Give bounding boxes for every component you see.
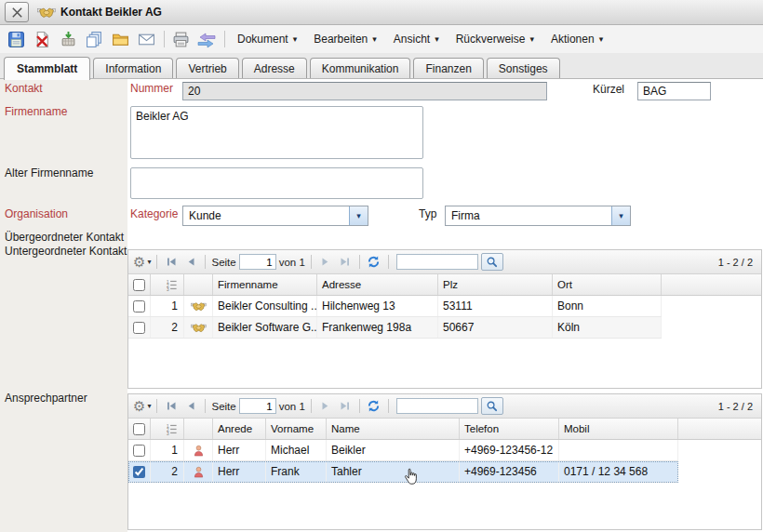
copy-button[interactable] <box>82 28 106 50</box>
copy-icon <box>86 31 103 48</box>
row-checkbox[interactable] <box>133 322 145 334</box>
typ-select[interactable]: Firma ▾ <box>445 206 631 226</box>
column-header-anrede[interactable]: Anrede <box>213 419 266 439</box>
refresh-button[interactable] <box>366 255 382 270</box>
row-checkbox[interactable] <box>133 466 145 478</box>
row-number-header[interactable]: 123 <box>151 274 184 295</box>
column-header-mobil[interactable]: Mobil <box>559 419 678 439</box>
tab-kommunikation[interactable]: Kommunikation <box>310 58 411 79</box>
grid-settings-button[interactable]: ⚙▾ <box>133 255 151 269</box>
delete-button[interactable] <box>30 28 54 50</box>
close-icon <box>10 6 24 20</box>
first-page-button[interactable] <box>163 399 180 414</box>
page-input[interactable] <box>239 398 276 414</box>
select-all-checkbox[interactable] <box>133 279 145 291</box>
print-icon <box>172 31 190 48</box>
select-all-checkbox[interactable] <box>133 423 145 435</box>
menu-bearbeiten[interactable]: Bearbeiten▾ <box>305 29 385 49</box>
column-header-firmenname[interactable]: Firmenname <box>213 274 317 295</box>
untergeordneter-kontakt-label: Untergeordneter Kontakt <box>5 245 127 258</box>
last-page-button[interactable] <box>337 399 354 414</box>
alter-firmenname-label: Alter Firmenname <box>5 166 93 180</box>
row-checkbox[interactable] <box>133 445 145 457</box>
nummer-field[interactable] <box>182 82 547 100</box>
last-page-icon <box>339 256 352 268</box>
cell-name: Tahler <box>327 461 460 482</box>
table-row[interactable]: 2 Beikler Software G... Frankenweg 198a … <box>128 317 761 339</box>
import-button[interactable] <box>56 28 80 50</box>
menu-ansicht[interactable]: Ansicht▾ <box>385 29 448 49</box>
cell-vorname: Frank <box>266 461 327 482</box>
table-row[interactable]: 1 Herr Michael Beikler +4969-123456-12 <box>128 440 761 461</box>
next-page-button[interactable] <box>317 255 334 270</box>
kategorie-select[interactable]: Kunde ▾ <box>182 206 368 226</box>
column-header-plz[interactable]: Plz <box>438 274 553 295</box>
page-input[interactable] <box>239 254 276 270</box>
column-header-vorname[interactable]: Vorname <box>266 419 327 439</box>
refresh-icon <box>367 399 381 413</box>
kuerzel-field[interactable] <box>637 82 711 100</box>
menu-aktionen[interactable]: Aktionen▾ <box>542 29 611 49</box>
alter-firmenname-field[interactable] <box>130 167 423 199</box>
menu-rueckverweise[interactable]: Rückverweise▾ <box>448 29 542 49</box>
first-page-button[interactable] <box>163 255 180 270</box>
close-button[interactable] <box>5 2 29 22</box>
menu-dokument[interactable]: Dokument▾ <box>229 29 305 49</box>
kategorie-dropdown-button[interactable]: ▾ <box>349 206 368 225</box>
row-number-header[interactable]: 123 <box>151 419 184 439</box>
tab-sonstiges[interactable]: Sonstiges <box>487 58 560 79</box>
grid-search-input[interactable] <box>396 398 478 414</box>
tab-information[interactable]: Information <box>93 58 173 79</box>
select-all-checkbox-cell <box>128 274 151 295</box>
search-button[interactable] <box>481 253 503 271</box>
column-header-name[interactable]: Name <box>327 419 460 439</box>
toolbar-separator <box>359 399 360 413</box>
kontakt-section-label: Kontakt <box>5 82 43 95</box>
ansprechpartner-label: Ansprechpartner <box>5 392 87 405</box>
row-checkbox[interactable] <box>133 300 145 313</box>
firmenname-field[interactable]: Beikler AG <box>130 106 423 159</box>
last-page-button[interactable] <box>337 255 354 270</box>
tab-adresse[interactable]: Adresse <box>242 58 307 79</box>
organisation-section-label: Organisation <box>5 207 68 220</box>
tab-stammblatt[interactable]: Stammblatt <box>4 57 90 80</box>
next-page-button[interactable] <box>317 399 334 414</box>
person-icon <box>184 440 213 460</box>
refresh-button[interactable] <box>366 399 382 414</box>
tab-vertrieb[interactable]: Vertrieb <box>176 58 238 79</box>
toolbar-separator <box>156 399 157 413</box>
prev-page-button[interactable] <box>182 399 199 414</box>
tab-finanzen[interactable]: Finanzen <box>413 58 483 79</box>
folder-button[interactable] <box>108 28 132 50</box>
cell-anrede: Herr <box>213 440 266 460</box>
cell-telefon: +4969-123456-12 <box>460 440 559 460</box>
cell-mobil <box>559 440 678 460</box>
search-button[interactable] <box>481 397 503 415</box>
column-header-adresse[interactable]: Adresse <box>317 274 438 295</box>
toolbar-separator <box>224 31 225 47</box>
grid-settings-button[interactable]: ⚙▾ <box>133 399 151 413</box>
cell-plz: 53111 <box>438 296 553 316</box>
table-row[interactable]: 1 Beikler Consulting ... Hilchenweg 13 5… <box>128 296 761 317</box>
grid-toolbar: ⚙▾ Seite von 1 1 - 2 / 2 <box>128 394 761 419</box>
grid-header-row: 123 Firmenname Adresse Plz Ort <box>128 274 761 296</box>
next-page-icon <box>319 400 332 412</box>
print-button[interactable] <box>168 28 193 50</box>
toolbar-separator <box>156 255 157 269</box>
prev-page-button[interactable] <box>182 255 199 270</box>
grid-search-input[interactable] <box>396 254 478 270</box>
cell-ort: Köln <box>553 317 662 338</box>
column-header-telefon[interactable]: Telefon <box>460 419 559 439</box>
typ-dropdown-button[interactable]: ▾ <box>611 206 630 225</box>
icon-column-header <box>184 419 213 439</box>
table-row-selected[interactable]: 2 Herr Frank Tahler +4969-123456 0171 / … <box>128 461 761 483</box>
tab-bar: Stammblatt Information Vertrieb Adresse … <box>0 53 763 79</box>
gear-icon: ⚙ <box>133 255 145 269</box>
cell-vorname: Michael <box>266 440 327 460</box>
cell-firmenname: Beikler Consulting ... <box>213 296 317 316</box>
toolbar-separator <box>388 255 389 269</box>
column-header-ort[interactable]: Ort <box>553 274 662 295</box>
save-button[interactable] <box>4 28 28 50</box>
mail-button[interactable] <box>134 28 158 50</box>
transfer-button[interactable] <box>194 28 219 50</box>
